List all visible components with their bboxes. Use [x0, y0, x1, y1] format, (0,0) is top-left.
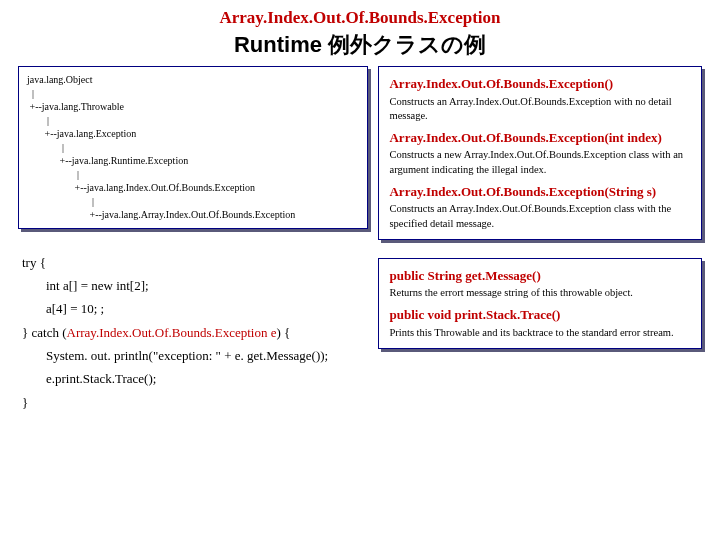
constructors-box: Array.Index.Out.Of.Bounds.Exception() Co… — [378, 66, 702, 240]
slide-header: Array.Index.Out.Of.Bounds.Exception Runt… — [0, 0, 720, 60]
tree-line: +--java.lang.Exception — [27, 128, 136, 139]
tree-line: +--java.lang.Index.Out.Of.Bounds.Excepti… — [27, 182, 255, 193]
method-signature: public String get.Message() — [389, 267, 691, 285]
left-column: java.lang.Object | +--java.lang.Throwabl… — [18, 66, 368, 414]
method-signature: public void print.Stack.Trace() — [389, 306, 691, 324]
code-line: } — [22, 395, 28, 410]
code-line: } catch (Array.Index.Out.Of.Bounds.Excep… — [22, 325, 290, 340]
methods-box: public String get.Message() Returns the … — [378, 258, 702, 349]
tree-line: | — [27, 196, 94, 207]
constructor-description: Constructs an Array.Index.Out.Of.Bounds.… — [389, 202, 691, 230]
constructor-description: Constructs an Array.Index.Out.Of.Bounds.… — [389, 95, 691, 123]
constructor-signature: Array.Index.Out.Of.Bounds.Exception() — [389, 75, 691, 93]
header-subtitle: Runtime 例外クラスの例 — [0, 30, 720, 60]
code-fragment: } catch ( — [22, 325, 67, 340]
tree-line: | — [27, 88, 34, 99]
code-line: System. out. println("exception: " + e. … — [22, 344, 368, 367]
tree-line: +--java.lang.Runtime.Exception — [27, 155, 188, 166]
tree-line: +--java.lang.Throwable — [27, 101, 124, 112]
code-line: try { — [22, 255, 46, 270]
content-columns: java.lang.Object | +--java.lang.Throwabl… — [0, 60, 720, 414]
code-line: e.print.Stack.Trace(); — [22, 367, 368, 390]
right-column: Array.Index.Out.Of.Bounds.Exception() Co… — [378, 66, 702, 414]
tree-line: +--java.lang.Array.Index.Out.Of.Bounds.E… — [27, 209, 295, 220]
header-exception-name: Array.Index.Out.Of.Bounds.Exception — [0, 8, 720, 28]
method-description: Prints this Throwable and its backtrace … — [389, 326, 691, 340]
code-line: int a[] = new int[2]; — [22, 274, 368, 297]
method-description: Returns the errort message string of thi… — [389, 286, 691, 300]
code-fragment: ) { — [277, 325, 291, 340]
code-example: try { int a[] = new int[2]; a[4] = 10; ;… — [18, 247, 368, 415]
constructor-signature: Array.Index.Out.Of.Bounds.Exception(Stri… — [389, 183, 691, 201]
exception-type: Array.Index.Out.Of.Bounds.Exception e — [67, 325, 277, 340]
constructor-description: Constructs a new Array.Index.Out.Of.Boun… — [389, 148, 691, 176]
class-hierarchy-box: java.lang.Object | +--java.lang.Throwabl… — [18, 66, 368, 229]
tree-line: | — [27, 169, 79, 180]
tree-line: | — [27, 142, 64, 153]
tree-line: java.lang.Object — [27, 74, 93, 85]
constructor-signature: Array.Index.Out.Of.Bounds.Exception(int … — [389, 129, 691, 147]
tree-line: | — [27, 115, 49, 126]
code-line: a[4] = 10; ; — [22, 297, 368, 320]
